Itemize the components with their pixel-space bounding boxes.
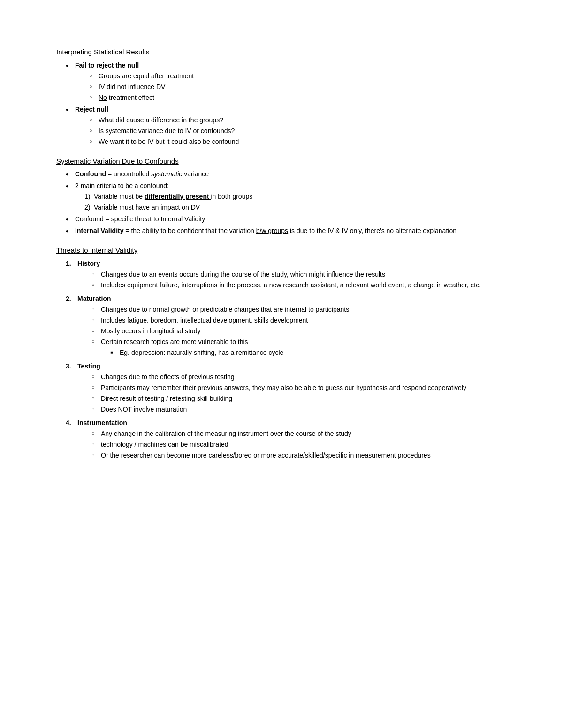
maturation-sub-3: Mostly occurs in longitudinal study	[91, 326, 507, 336]
impact-underline: impact	[160, 203, 180, 211]
testing-sub-3: Direct result of testing / retesting ski…	[91, 394, 507, 404]
maturation-label: Maturation	[77, 295, 111, 302]
maturation-sub: Changes due to normal growth or predicta…	[77, 305, 507, 358]
bw-groups-underline: b/w groups	[256, 227, 288, 234]
section-systematic: Systematic Variation Due to Confounds Co…	[56, 156, 507, 236]
circle-did-not: IV did not influence DV	[89, 82, 507, 92]
bullet-fail-reject: Fail to reject the null Groups are equal…	[66, 60, 507, 103]
bullet-internal-validity: Internal Validity = the ability to be co…	[66, 226, 507, 236]
criteria-1: 1) Variable must be differentially prese…	[84, 192, 507, 202]
circle-no-treatment: No treatment effect	[89, 93, 507, 103]
differentially-present: differentially present	[145, 193, 211, 200]
bullet-confound-def: Confound = uncontrolled systematic varia…	[66, 169, 507, 179]
systematic-italic: systematic	[151, 170, 182, 178]
maturation-sub-1: Changes due to normal growth or predicta…	[91, 305, 507, 315]
instrumentation-label: Instrumentation	[77, 419, 127, 427]
circle-what-cause: What did cause a difference in the group…	[89, 115, 507, 125]
section-threats: Threats to Internal Validity 1. History …	[56, 245, 507, 460]
fail-reject-sub: Groups are equal after treatment IV did …	[75, 71, 507, 103]
interpreting-bullets: Fail to reject the null Groups are equal…	[56, 60, 507, 147]
instrumentation-sub-3: Or the researcher can become more carele…	[91, 450, 507, 460]
section-title-interpreting: Interpreting Statistical Results	[56, 47, 507, 58]
fail-reject-label: Fail to reject the null	[75, 61, 139, 69]
criteria-2: 2) Variable must have an impact on DV	[84, 203, 507, 212]
testing-sub-4: Does NOT involve maturation	[91, 405, 507, 414]
testing-sub-1: Changes due to the effects of previous t…	[91, 372, 507, 382]
instrumentation-sub: Any change in the calibration of the mea…	[77, 429, 507, 460]
did-not-underline: did not	[107, 83, 126, 90]
maturation-num: 2.	[66, 294, 71, 304]
section-title-threats: Threats to Internal Validity	[56, 245, 507, 256]
section-title-systematic: Systematic Variation Due to Confounds	[56, 156, 507, 167]
confound-bold: Confound	[75, 170, 106, 178]
maturation-sub-2: Includes fatigue, boredom, intellectual …	[91, 315, 507, 325]
instrumentation-sub-1: Any change in the calibration of the mea…	[91, 429, 507, 439]
history-sub: Changes due to an events occurs during t…	[77, 270, 507, 290]
circle-systematic-variance: Is systematic variance due to IV or conf…	[89, 126, 507, 136]
bullet-criteria: 2 main criteria to be a confound: 1) Var…	[66, 181, 507, 212]
reject-null-label: Reject null	[75, 105, 108, 113]
circle-equal: Groups are equal after treatment	[89, 71, 507, 81]
criteria-numbered: 1) Variable must be differentially prese…	[75, 192, 507, 212]
num-2: 2)	[84, 203, 90, 212]
history-sub-2: Includes equipment failure, interruption…	[91, 280, 507, 290]
no-underline: No	[99, 94, 107, 101]
testing-label: Testing	[77, 362, 100, 370]
bullet-reject-null: Reject null What did cause a difference …	[66, 105, 507, 147]
threat-history: 1. History Changes due to an events occu…	[66, 259, 507, 290]
longitudinal-underline: longitudinal	[150, 327, 183, 335]
internal-validity-bold: Internal Validity	[75, 227, 123, 234]
threat-instrumentation: 4. Instrumentation Any change in the cal…	[66, 418, 507, 460]
history-num: 1.	[66, 259, 71, 269]
testing-num: 3.	[66, 361, 71, 371]
testing-sub: Changes due to the effects of previous t…	[77, 372, 507, 414]
history-sub-1: Changes due to an events occurs during t…	[91, 270, 507, 279]
circle-want-iv: We want it to be IV but it could also be…	[89, 137, 507, 147]
history-label: History	[77, 260, 100, 267]
instrumentation-num: 4.	[66, 418, 71, 428]
section-interpreting: Interpreting Statistical Results Fail to…	[56, 47, 507, 147]
maturation-eg: Eg. depression: naturally shifting, has …	[110, 348, 507, 358]
threat-maturation: 2. Maturation Changes due to normal grow…	[66, 294, 507, 358]
num-1: 1)	[84, 192, 90, 202]
maturation-square: Eg. depression: naturally shifting, has …	[101, 348, 507, 358]
maturation-sub-4: Certain research topics are more vulnera…	[91, 337, 507, 358]
threats-list: 1. History Changes due to an events occu…	[56, 259, 507, 460]
testing-sub-2: Participants may remember their previous…	[91, 383, 507, 393]
instrumentation-sub-2: technology / machines can be miscalibrat…	[91, 440, 507, 450]
systematic-bullets: Confound = uncontrolled systematic varia…	[56, 169, 507, 236]
reject-null-sub: What did cause a difference in the group…	[75, 115, 507, 147]
bullet-confound-threat: Confound = specific threat to Internal V…	[66, 214, 507, 224]
equal-underline: equal	[133, 72, 149, 80]
threat-testing: 3. Testing Changes due to the effects of…	[66, 361, 507, 414]
